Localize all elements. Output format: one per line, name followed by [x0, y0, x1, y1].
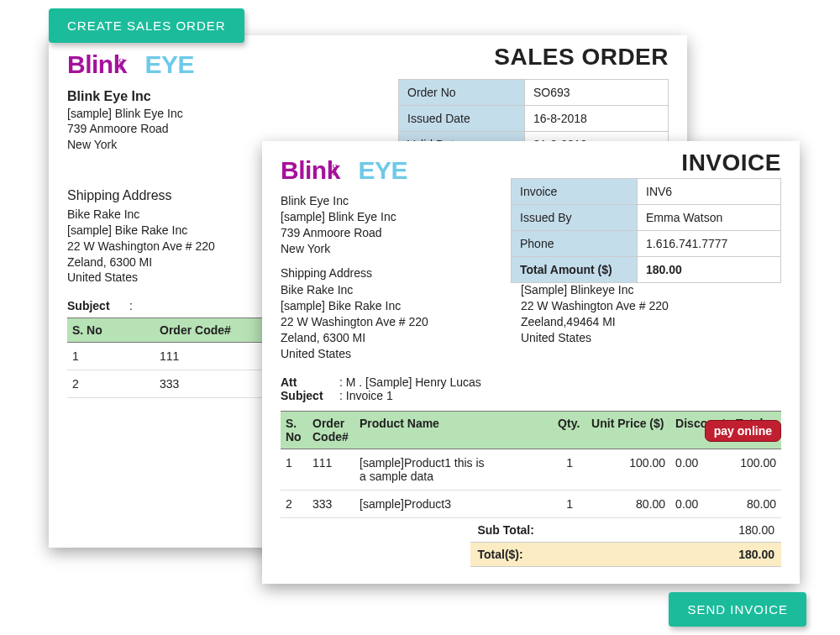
cell-code: 111 [307, 449, 354, 491]
invoice-subject: Subject: Invoice 1 [281, 389, 781, 402]
invoice-att: Att: M . [Sample] Henry Lucas [281, 375, 781, 389]
subject-label: Subject [281, 389, 339, 402]
invoice-meta: InvoiceINV6 Issued ByEmma Watson Phone1.… [511, 178, 781, 283]
col-code: Order Code# [307, 411, 354, 449]
pay-online-button[interactable]: pay online [705, 420, 781, 442]
table-row: 2 333 [sample]Product3 1 80.00 0.00 80.0… [281, 491, 781, 518]
table-row: 1 111 [sample]Product1 this is a sample … [281, 449, 781, 491]
cell-qty: 1 [553, 491, 586, 518]
bill-line: 22 W Washington Ave # 220 [521, 298, 669, 314]
col-price: Unit Price ($) [586, 411, 670, 449]
cell-code: 333 [307, 491, 354, 518]
invoice-document: INVOICE BlinkINC EYE Blink Eye Inc [samp… [262, 141, 800, 584]
col-sno: S. No [67, 318, 155, 343]
col-name: Product Name [354, 411, 553, 449]
cell-qty: 1 [553, 449, 586, 491]
total-value: 180.00 [653, 543, 781, 567]
meta-value: INV6 [638, 179, 780, 205]
logo-inc: INC [332, 164, 339, 176]
meta-value: 180.00 [638, 257, 780, 283]
ship-line: 22 W Washington Ave # 220 [281, 314, 428, 330]
total-value: 180.00 [653, 518, 781, 543]
meta-key: Issued By [512, 205, 638, 231]
meta-value: Emma Watson [638, 205, 780, 231]
cell-sno: 2 [67, 370, 155, 398]
bill-line: Zeeland,49464 MI [521, 314, 669, 330]
meta-key: Issued Date [399, 106, 525, 132]
ship-line: [sample] Bike Rake Inc [281, 298, 428, 314]
cell-sno: 1 [281, 449, 307, 491]
so-subject-label: Subject [67, 299, 126, 312]
subject-value: Invoice 1 [346, 389, 393, 402]
col-qty: Qty. [553, 411, 586, 449]
col-sno: S. No [281, 411, 307, 449]
cell-total: 80.00 [731, 491, 781, 518]
cell-price: 100.00 [586, 449, 670, 491]
logo-brand-b: EYE [144, 50, 194, 78]
logo-brand-b: EYE [358, 156, 407, 184]
cell-sno: 2 [281, 491, 307, 518]
bill-line: [Sample] Blinkeye Inc [521, 282, 669, 298]
cell-total: 100.00 [731, 449, 781, 491]
inv-shipping-address: Shipping Address Bike Rake Inc [sample] … [281, 265, 428, 362]
cell-name: [sample]Product1 this is a sample data [354, 449, 553, 491]
meta-key: Invoice [512, 179, 638, 205]
cell-sno: 1 [67, 343, 155, 370]
total-label: Sub Total: [470, 518, 653, 543]
bill-line: United States [521, 330, 669, 346]
meta-key: Order No [399, 80, 525, 106]
logo-inc: INC [118, 58, 125, 70]
cell-disc: 0.00 [670, 491, 731, 518]
meta-key: Total Amount ($) [512, 257, 638, 283]
meta-key: Phone [512, 231, 638, 257]
create-sales-order-button[interactable]: CREATE SALES ORDER [49, 8, 244, 43]
ship-line: United States [281, 346, 428, 362]
cell-disc: 0.00 [670, 449, 731, 491]
att-value: M . [Sample] Henry Lucas [346, 375, 481, 389]
shipping-header: Shipping Address [281, 265, 428, 281]
total-label: Total($): [470, 543, 653, 567]
meta-value: 16-8-2018 [525, 106, 668, 132]
invoice-title: INVOICE [681, 150, 781, 176]
so-subject-sep: : [129, 299, 133, 312]
meta-value: SO693 [525, 80, 668, 106]
cell-name: [sample]Product3 [354, 491, 553, 518]
cell-price: 80.00 [586, 491, 670, 518]
ship-line: Zeland, 6300 MI [281, 330, 428, 346]
send-invoice-button[interactable]: SEND INVOICE [669, 592, 806, 627]
att-label: Att [281, 375, 339, 389]
invoice-totals: Sub Total: 180.00 Total($): 180.00 [470, 518, 781, 567]
sales-order-title: SALES ORDER [494, 44, 669, 71]
meta-value: 1.616.741.7777 [638, 231, 780, 257]
ship-line: Bike Rake Inc [281, 282, 428, 298]
